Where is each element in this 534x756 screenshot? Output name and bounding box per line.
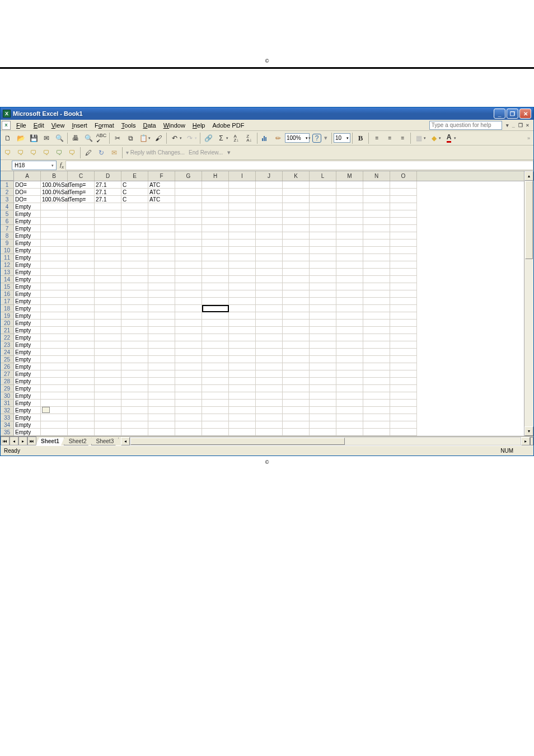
- cell[interactable]: [283, 363, 310, 370]
- cell[interactable]: [121, 421, 148, 429]
- cell[interactable]: [121, 225, 148, 232]
- cell[interactable]: [229, 312, 256, 320]
- cell[interactable]: [175, 305, 202, 312]
- next-comment-icon[interactable]: 🗨: [27, 147, 40, 159]
- scroll-thumb-vertical[interactable]: [525, 181, 533, 259]
- cell[interactable]: [363, 356, 390, 363]
- cell[interactable]: [121, 240, 148, 247]
- scroll-right-icon[interactable]: ▸: [521, 437, 530, 445]
- cell[interactable]: [310, 305, 336, 312]
- cell[interactable]: [390, 254, 417, 261]
- cell[interactable]: [202, 327, 229, 334]
- cell[interactable]: Empty: [14, 349, 41, 356]
- cell[interactable]: [202, 225, 229, 232]
- cell[interactable]: [95, 414, 121, 421]
- cell[interactable]: [229, 269, 256, 276]
- tab-last-icon[interactable]: ⏭: [27, 436, 36, 445]
- cell[interactable]: [41, 254, 68, 261]
- cell[interactable]: [229, 181, 256, 189]
- cell[interactable]: DO=: [14, 181, 41, 189]
- cell[interactable]: [148, 341, 175, 349]
- cell[interactable]: [95, 305, 121, 312]
- cell[interactable]: [202, 283, 229, 290]
- menu-window[interactable]: Window: [160, 121, 189, 130]
- cell[interactable]: [41, 414, 68, 421]
- select-all-corner[interactable]: [1, 171, 14, 181]
- cell[interactable]: [148, 225, 175, 232]
- cell[interactable]: [175, 225, 202, 232]
- cell[interactable]: [363, 232, 390, 240]
- cell[interactable]: [363, 414, 390, 421]
- cell[interactable]: [336, 392, 363, 400]
- cell[interactable]: [363, 181, 390, 189]
- paste-options-icon[interactable]: [42, 407, 50, 413]
- drawing-icon[interactable]: ✏: [272, 132, 284, 144]
- cell[interactable]: [363, 349, 390, 356]
- toolbar-options-icon[interactable]: »: [525, 135, 532, 141]
- cell[interactable]: [336, 320, 363, 327]
- cell[interactable]: [229, 429, 256, 436]
- save-icon[interactable]: 💾: [27, 132, 40, 144]
- cell[interactable]: [41, 276, 68, 283]
- cell[interactable]: [390, 429, 417, 436]
- cell[interactable]: Empty: [14, 363, 41, 370]
- cell[interactable]: [95, 370, 121, 378]
- cell[interactable]: [229, 400, 256, 407]
- cell[interactable]: [202, 370, 229, 378]
- cell[interactable]: [202, 240, 229, 247]
- cell[interactable]: [148, 276, 175, 283]
- cell[interactable]: [256, 269, 283, 276]
- cell[interactable]: [310, 341, 336, 349]
- cell[interactable]: [68, 414, 95, 421]
- cell[interactable]: [41, 363, 68, 370]
- cell[interactable]: [336, 254, 363, 261]
- fx-icon[interactable]: fx: [60, 161, 64, 170]
- cell[interactable]: [363, 407, 390, 414]
- cell[interactable]: [121, 407, 148, 414]
- cell[interactable]: [41, 290, 68, 298]
- cell[interactable]: [363, 305, 390, 312]
- paste-dropdown-icon[interactable]: ▾: [148, 136, 152, 140]
- toolbar-overflow-icon[interactable]: ▾: [322, 134, 330, 142]
- cell[interactable]: [256, 196, 283, 203]
- font-size-combo[interactable]: 10▾: [334, 133, 350, 143]
- row-header[interactable]: 25: [1, 356, 14, 363]
- cell[interactable]: [336, 356, 363, 363]
- column-header[interactable]: C: [68, 171, 95, 181]
- cell[interactable]: [202, 312, 229, 320]
- cell[interactable]: [283, 334, 310, 341]
- cell[interactable]: [283, 385, 310, 392]
- cell[interactable]: [175, 349, 202, 356]
- cell[interactable]: [41, 203, 68, 210]
- row-header[interactable]: 27: [1, 370, 14, 378]
- cell[interactable]: [363, 290, 390, 298]
- cell[interactable]: Empty: [14, 407, 41, 414]
- cell[interactable]: [202, 407, 229, 414]
- zoom-dropdown-icon[interactable]: ▾: [308, 136, 312, 140]
- cell[interactable]: [121, 232, 148, 240]
- cell[interactable]: [310, 283, 336, 290]
- name-box[interactable]: H18▾: [12, 161, 57, 170]
- cell[interactable]: [336, 181, 363, 189]
- cell[interactable]: [336, 407, 363, 414]
- cell[interactable]: [95, 240, 121, 247]
- cell[interactable]: [41, 349, 68, 356]
- cell[interactable]: Empty: [14, 225, 41, 232]
- cell[interactable]: [310, 378, 336, 385]
- cell[interactable]: [41, 305, 68, 312]
- split-handle[interactable]: [530, 437, 533, 445]
- row-header[interactable]: 31: [1, 400, 14, 407]
- cell[interactable]: [229, 203, 256, 210]
- cell[interactable]: [95, 400, 121, 407]
- cell[interactable]: [256, 261, 283, 269]
- cell[interactable]: [41, 327, 68, 334]
- cell[interactable]: [283, 240, 310, 247]
- cell[interactable]: [283, 218, 310, 225]
- cell[interactable]: [148, 429, 175, 436]
- cell[interactable]: [256, 232, 283, 240]
- cell[interactable]: [310, 356, 336, 363]
- cell[interactable]: [310, 370, 336, 378]
- cell[interactable]: [229, 349, 256, 356]
- cell[interactable]: [202, 305, 229, 312]
- cell[interactable]: [95, 363, 121, 370]
